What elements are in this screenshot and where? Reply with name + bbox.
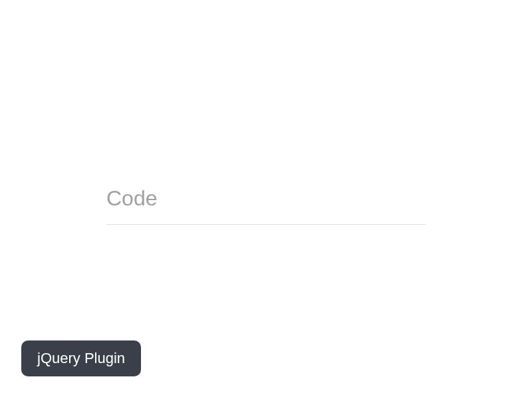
jquery-plugin-button[interactable]: jQuery Plugin [21,340,141,376]
input-container [106,180,426,225]
code-input[interactable] [106,180,426,225]
